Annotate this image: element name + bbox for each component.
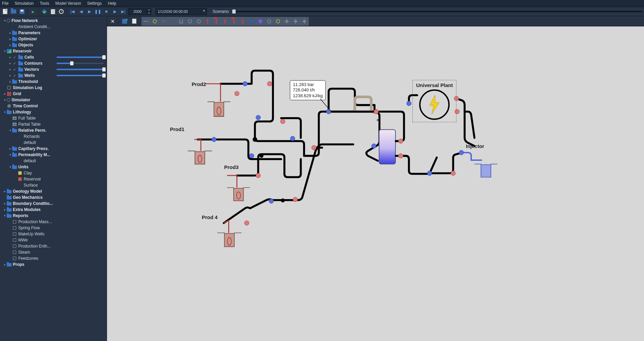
tree-item[interactable]: ▸Vectors (0, 66, 107, 72)
tool-red-1[interactable] (203, 17, 212, 25)
date-dropdown-icon[interactable]: ▼ (202, 9, 206, 13)
tree-item[interactable]: ▸Extra Modules (0, 207, 107, 213)
clock-button[interactable] (58, 8, 65, 15)
tool-circle-b[interactable] (274, 17, 282, 25)
tool-red-5[interactable] (238, 17, 247, 25)
pause-button[interactable]: ❚❚ (94, 8, 102, 15)
tool-straight-line[interactable] (142, 17, 150, 25)
tree-item[interactable]: Partial Table (0, 121, 107, 127)
new-file-button[interactable] (1, 8, 9, 15)
tree-item[interactable]: default (0, 140, 107, 146)
tree-item[interactable]: Geo Mechanics (0, 194, 107, 200)
tool-pipe[interactable] (168, 17, 177, 25)
tool-node-a[interactable] (186, 17, 194, 25)
tree-item[interactable]: Richards (0, 133, 107, 140)
tree-slider[interactable] (57, 69, 104, 70)
year-up-button[interactable]: ▲ (147, 8, 151, 12)
menu-tools[interactable]: Tools (40, 1, 49, 6)
svg-point-27 (371, 144, 376, 148)
tool-angle[interactable] (159, 17, 168, 25)
menu-simulation[interactable]: Simulation (15, 1, 34, 6)
tool-node-b[interactable] (194, 17, 203, 25)
tree-item[interactable]: ▾Relative Perm. (0, 127, 107, 133)
tree-item[interactable]: MakeUp Wells (0, 231, 107, 237)
tool-flip-v[interactable] (300, 17, 309, 25)
save-file-button[interactable] (18, 8, 26, 15)
skip-back-button[interactable]: |◀ (69, 8, 76, 15)
menu-settings[interactable]: Settings (87, 1, 102, 6)
tree-item[interactable]: Ambient Conditi... (0, 24, 107, 30)
tree-item[interactable]: ▸Threshold (0, 79, 107, 85)
tree-item[interactable]: ▾Reservoir (0, 48, 107, 54)
open-file-button[interactable] (10, 8, 17, 15)
flow-canvas[interactable]: Prod2 Prod1 Prod3 Prod 4 Injector 11.283… (107, 26, 644, 341)
tree-item[interactable]: ▾Lithology (0, 109, 107, 115)
tool-red-4[interactable] (230, 17, 238, 25)
svg-point-23 (281, 198, 285, 203)
tree-item[interactable]: ▾Simulator (0, 97, 107, 103)
tool-sphere[interactable] (256, 17, 265, 25)
tree-item[interactable]: ▸Parameters (0, 30, 107, 36)
plant-box[interactable]: Universal Plant (412, 80, 456, 122)
menu-file[interactable]: File (2, 1, 8, 6)
tree-item[interactable]: ▸Wells (0, 72, 107, 79)
tree-item[interactable]: Time Control (0, 103, 107, 109)
tool-sun-icon[interactable] (150, 17, 159, 25)
layers-button[interactable] (41, 8, 48, 15)
tool-center[interactable] (282, 17, 291, 25)
export-button[interactable] (130, 17, 138, 25)
tree-sidebar[interactable]: ▾Flow NetworkAmbient Conditi...▸Paramete… (0, 16, 107, 341)
year-down-button[interactable]: ▼ (147, 12, 151, 15)
year-input[interactable] (128, 8, 147, 15)
tree-slider[interactable] (57, 75, 104, 76)
tree-item[interactable]: Production Enth... (0, 243, 107, 249)
tree-item[interactable]: Full Table (0, 115, 107, 121)
date-input[interactable] (155, 8, 207, 15)
step-back-button[interactable]: ◀ (77, 8, 85, 15)
tree-item[interactable]: Simulation Log (0, 85, 107, 91)
reset-view-button[interactable] (108, 17, 117, 25)
stop-button[interactable]: ■ (103, 8, 110, 15)
tool-flip-h[interactable] (291, 17, 300, 25)
scenario-slider[interactable] (232, 11, 643, 12)
notes-button[interactable] (49, 8, 57, 15)
tree-item[interactable]: ▸Props (0, 261, 107, 268)
tree-item[interactable]: Steam (0, 249, 107, 255)
tree-item[interactable]: Production Mass... (0, 219, 107, 225)
tree-slider[interactable] (57, 57, 104, 58)
skip-forward-button[interactable]: ▶| (120, 8, 127, 15)
play-button[interactable]: ▶ (86, 8, 93, 15)
step-forward-button[interactable]: ▶ (111, 8, 119, 15)
tree-item[interactable]: ▸Geology Model (0, 188, 107, 194)
tree-item[interactable]: default (0, 158, 107, 164)
tree-item[interactable]: ▸Grid (0, 91, 107, 97)
tree-item[interactable]: ▸Boundary Conditio... (0, 200, 107, 207)
tree-item[interactable]: ▸Objects (0, 42, 107, 48)
tree-item[interactable]: Reservoir (0, 176, 107, 182)
tree-item[interactable]: ▸Optimizer (0, 36, 107, 42)
tree-item[interactable]: ▾Flow Network (0, 18, 107, 24)
tree-item[interactable]: ▸Contours (0, 60, 107, 66)
svg-point-10 (267, 82, 272, 86)
tree-item[interactable]: Surface (0, 182, 107, 188)
well-prod4 (217, 233, 242, 247)
tool-red-3[interactable] (221, 17, 230, 25)
run-button[interactable] (29, 8, 37, 15)
tree-item[interactable]: MWe (0, 237, 107, 243)
tree-item[interactable]: ▾Reports (0, 213, 107, 219)
tool-red-2[interactable] (212, 17, 221, 25)
tree-item[interactable]: ▾Permeability M... (0, 152, 107, 158)
tree-item[interactable]: Feedzones (0, 255, 107, 261)
menu-model-version[interactable]: Model Version (55, 1, 81, 6)
tool-circle-a[interactable] (265, 17, 274, 25)
tree-item[interactable]: ▾Units (0, 164, 107, 170)
tree-slider[interactable] (57, 63, 104, 64)
tool-tank[interactable] (247, 17, 256, 25)
menu-help[interactable]: Help (108, 1, 116, 6)
tree-item[interactable]: Clay (0, 170, 107, 176)
save-diagram-button[interactable] (120, 17, 129, 25)
tree-item[interactable]: Spring Flow (0, 225, 107, 231)
tree-item[interactable]: ▸Capillary Press. (0, 146, 107, 152)
tool-sink[interactable] (177, 17, 186, 25)
tree-item[interactable]: ▸Cells (0, 54, 107, 60)
